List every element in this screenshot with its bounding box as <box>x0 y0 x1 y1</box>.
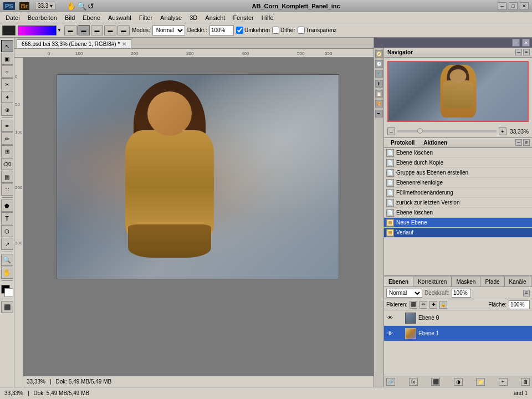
protokoll-collapse-btn[interactable]: ─ <box>515 139 522 146</box>
tool-crop[interactable]: ⊕ <box>1 104 13 116</box>
tool-hand[interactable]: ✋ <box>1 267 13 279</box>
proto-item-4[interactable]: 📄 Füllmethodenänderung <box>384 188 532 198</box>
panel-icon-paths[interactable]: ✒ <box>375 110 383 117</box>
layer-effects-btn[interactable]: fx <box>409 378 418 386</box>
zoom-display[interactable]: 33.3 ▾ <box>35 2 55 10</box>
panel-icon-navigator[interactable]: 🧭 <box>375 50 383 58</box>
ebene-item-0[interactable]: 👁 Ebene 0 <box>384 310 532 326</box>
tool-pen[interactable]: ⬟ <box>1 200 13 212</box>
link-layers-btn[interactable]: 🔗 <box>386 378 395 386</box>
fix-transparent-btn[interactable]: ⬛ <box>410 301 417 309</box>
ebenen-tab-pfade[interactable]: Pfade <box>480 277 504 287</box>
menu-bild[interactable]: Bild <box>62 13 78 22</box>
maximize-button[interactable]: □ <box>509 2 518 10</box>
panel-icon-history[interactable]: 🕐 <box>375 60 383 68</box>
menu-datei[interactable]: Datei <box>2 13 23 22</box>
menu-3d[interactable]: 3D <box>186 13 201 22</box>
ebenen-tab-korrekturen[interactable]: Korrekturen <box>413 277 452 287</box>
new-adjustment-layer-btn[interactable]: ◑ <box>454 378 463 386</box>
delete-layer-btn[interactable]: 🗑 <box>521 378 530 386</box>
blend-mode-select[interactable]: Normal <box>386 289 422 298</box>
ebene-item-1[interactable]: 👁 Ebene 1 <box>384 326 532 341</box>
opacity-input[interactable] <box>209 25 234 35</box>
transparenz-checkbox[interactable] <box>298 27 305 34</box>
tool-marquee-rect[interactable]: ▣ <box>1 53 13 65</box>
panel-icon-layers[interactable]: 📋 <box>375 90 383 98</box>
tool-path-selection[interactable]: ↗ <box>1 238 13 250</box>
canvas-tab-1[interactable]: 666.psd bei 33,3% (Ebene 1, RGB/8#) * ✕ <box>17 39 131 48</box>
panel-icon-info[interactable]: ℹ <box>375 80 383 88</box>
menu-analyse[interactable]: Analyse <box>157 13 185 22</box>
canvas-viewport[interactable]: 33,33% | Dok: 5,49 MB/5,49 MB <box>23 58 374 387</box>
tool-eraser[interactable]: ⌫ <box>1 158 13 170</box>
ebenen-tab-masken[interactable]: Masken <box>452 277 480 287</box>
close-button[interactable]: ✕ <box>520 2 529 10</box>
fix-all-btn[interactable]: 🔒 <box>439 301 447 309</box>
umkehren-checkbox[interactable] <box>236 27 243 34</box>
protokoll-menu-btn[interactable]: ≡ <box>523 139 530 146</box>
proto-item-6[interactable]: 📄 Ebene löschen <box>384 208 532 218</box>
umkehren-label[interactable]: Umkehren <box>236 27 270 34</box>
menu-ebene[interactable]: Ebene <box>79 13 104 22</box>
minimize-button[interactable]: ─ <box>498 2 507 10</box>
panel-icon-tools[interactable]: 🔧 <box>375 70 383 78</box>
menu-auswahl[interactable]: Auswahl <box>105 13 135 22</box>
menu-filter[interactable]: Filter <box>136 13 156 22</box>
tool-magic-wand[interactable]: ✦ <box>1 91 13 103</box>
panel-menu-btn[interactable]: ≡ <box>523 49 530 55</box>
menu-hilfe[interactable]: Hilfe <box>258 13 277 22</box>
proto-item-0[interactable]: 📄 Ebene löschen <box>384 148 532 158</box>
ebenen-tab-ebenen[interactable]: Ebenen <box>384 277 413 287</box>
brush-style-1[interactable]: ▬ <box>64 25 76 35</box>
tool-lasso[interactable]: ✂ <box>1 78 13 90</box>
nav-zoom-slider[interactable] <box>397 130 497 132</box>
tool-dodge[interactable]: ∷ <box>1 183 13 196</box>
tool-gradient[interactable]: ▨ <box>1 171 13 183</box>
proto-item-5[interactable]: 📄 zurück zur letzten Version <box>384 198 532 208</box>
transparenz-label[interactable]: Transparenz <box>298 27 337 34</box>
tool-selection[interactable]: ↖ <box>1 40 13 52</box>
new-group-btn[interactable]: 📁 <box>476 378 485 386</box>
proto-item-3[interactable]: 📄 Ebenenreihenfolge <box>384 178 532 188</box>
proto-item-8[interactable]: Verlauf <box>384 228 532 238</box>
dither-label[interactable]: Dither <box>272 27 295 34</box>
mode-select[interactable]: Normal <box>152 25 185 35</box>
tool-healing[interactable]: ✒ <box>1 120 13 132</box>
brush-style-5[interactable]: ▬ <box>117 25 130 35</box>
ebenen-menu-btn[interactable]: ≡ <box>523 290 530 296</box>
ebene-eye-1[interactable]: 👁 <box>386 330 394 337</box>
proto-item-1[interactable]: 📄 Ebene durch Kopie <box>384 158 532 168</box>
layer-mask-btn[interactable]: ⬛ <box>431 378 440 386</box>
tool-stamp[interactable]: ⊞ <box>1 145 13 157</box>
opacity-value-input[interactable] <box>452 289 471 298</box>
aktionen-tab[interactable]: Aktionen <box>420 139 451 147</box>
proto-item-7[interactable]: Neue Ebene <box>384 218 532 228</box>
menu-bearbeiten[interactable]: Bearbeiten <box>24 13 60 22</box>
nav-zoom-out-btn[interactable]: – <box>387 127 395 135</box>
panel-collapse-btn[interactable]: ─ <box>515 49 522 55</box>
brush-style-4[interactable]: ▬ <box>104 25 116 35</box>
ebene-eye-0[interactable]: 👁 <box>386 314 394 322</box>
gradient-dropdown-arrow[interactable]: ▼ <box>57 25 62 35</box>
nav-slider-thumb[interactable] <box>417 128 423 134</box>
menu-ansicht[interactable]: Ansicht <box>202 13 228 22</box>
panel-icon-channels[interactable]: 🎨 <box>375 100 383 108</box>
tool-text[interactable]: T <box>1 212 13 224</box>
tool-brush[interactable]: ✏ <box>1 132 13 145</box>
panel-minimize-btn[interactable]: ─ <box>512 39 520 47</box>
protokoll-tab[interactable]: Protokoll <box>387 139 418 147</box>
new-layer-btn[interactable]: + <box>499 378 508 386</box>
fix-move-btn[interactable]: ✚ <box>429 301 437 309</box>
brush-style-2[interactable]: ▬ <box>78 25 90 35</box>
tool-zoom[interactable]: 🔍 <box>1 254 13 266</box>
tool-marquee-ellipse[interactable]: ○ <box>1 65 13 78</box>
panel-close-btn[interactable]: ✕ <box>522 39 530 47</box>
gradient-swatch[interactable] <box>18 25 57 35</box>
foreground-color-swatch[interactable] <box>2 25 16 35</box>
ebenen-tab-kanaele[interactable]: Kanäle <box>505 277 531 287</box>
menu-fenster[interactable]: Fenster <box>229 13 257 22</box>
proto-item-2[interactable]: 📄 Gruppe aus Ebenen erstellen <box>384 168 532 178</box>
background-swatch[interactable] <box>4 288 13 297</box>
nav-zoom-in-btn[interactable]: + <box>499 127 507 135</box>
brush-style-3[interactable]: ▬ <box>91 25 103 35</box>
